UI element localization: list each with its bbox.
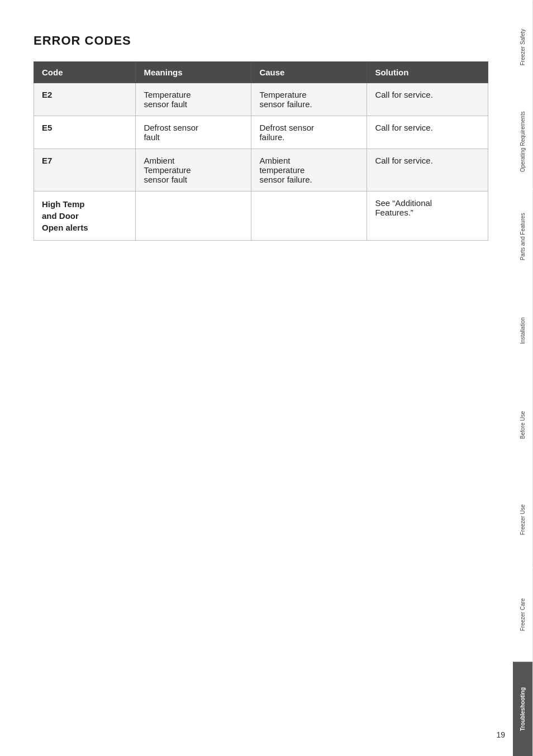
col-header-code: Code (34, 62, 136, 83)
meanings-cell: Ambient Temperature sensor fault (136, 149, 251, 192)
sidebar-tab-1[interactable]: Operating Requirements (513, 94, 533, 189)
solution-cell: Call for service. (367, 83, 488, 116)
code-cell: E5 (34, 116, 136, 149)
page-number: 19 (496, 730, 505, 739)
col-header-cause: Cause (251, 62, 367, 83)
table-header-row: Code Meanings Cause Solution (34, 62, 488, 83)
cause-cell (251, 192, 367, 241)
code-cell: E2 (34, 83, 136, 116)
solution-cell: Call for service. (367, 116, 488, 149)
page-title: ERROR CODES (34, 34, 488, 48)
sidebar-tab-7[interactable]: Troubleshooting (513, 662, 533, 756)
sidebar-tab-3[interactable]: Installation (513, 284, 533, 378)
cause-cell: Ambient temperature sensor failure. (251, 149, 367, 192)
table-row: High Temp and Door Open alertsSee “Addit… (34, 192, 488, 241)
col-header-meanings: Meanings (136, 62, 251, 83)
table-row: E2Temperature sensor faultTemperature se… (34, 83, 488, 116)
solution-cell: Call for service. (367, 149, 488, 192)
main-content: ERROR CODES Code Meanings Cause Solution… (0, 0, 511, 263)
sidebar-tab-0[interactable]: Freezer Safety (513, 0, 533, 94)
code-cell: E7 (34, 149, 136, 192)
col-header-solution: Solution (367, 62, 488, 83)
sidebar-tab-6[interactable]: Freezer Care (513, 567, 533, 662)
sidebar-tab-4[interactable]: Before Use (513, 378, 533, 472)
sidebar-tab-2[interactable]: Parts and Features (513, 189, 533, 284)
cause-cell: Temperature sensor failure. (251, 83, 367, 116)
meanings-cell: Temperature sensor fault (136, 83, 251, 116)
meanings-cell (136, 192, 251, 241)
code-cell: High Temp and Door Open alerts (34, 192, 136, 241)
error-table: Code Meanings Cause Solution E2Temperatu… (34, 61, 488, 241)
table-row: E5Defrost sensor faultDefrost sensor fai… (34, 116, 488, 149)
side-navigation: Freezer SafetyOperating RequirementsPart… (513, 0, 533, 756)
sidebar-tab-5[interactable]: Freezer Use (513, 472, 533, 567)
solution-cell: See “Additional Features.” (367, 192, 488, 241)
cause-cell: Defrost sensor failure. (251, 116, 367, 149)
meanings-cell: Defrost sensor fault (136, 116, 251, 149)
table-row: E7Ambient Temperature sensor faultAmbien… (34, 149, 488, 192)
